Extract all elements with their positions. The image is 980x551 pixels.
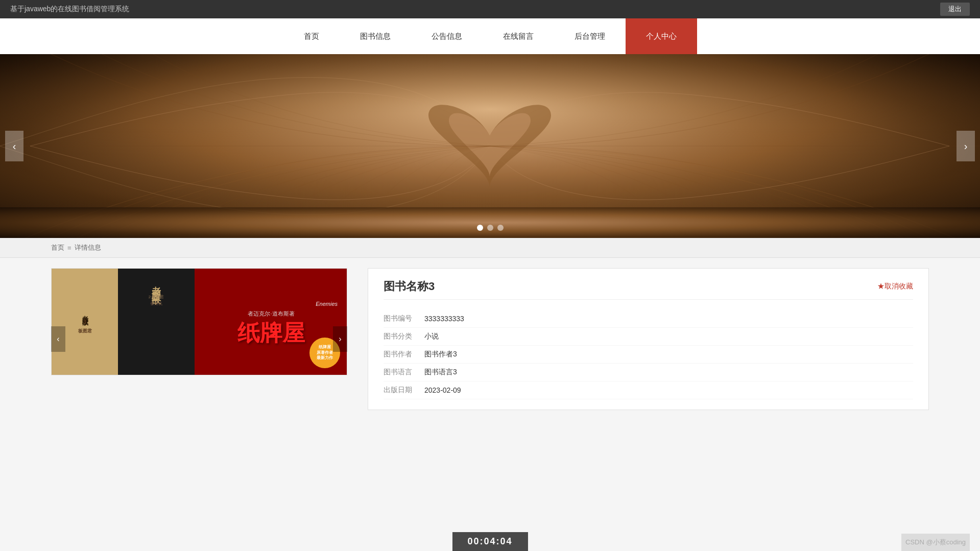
book-cover: 老牌政敌 3 板图君 老牌政敌 2 板图君 备用机 Enemies 者迈克尔·道… xyxy=(52,269,347,375)
book-detail-row-author: 图书作者 图书作者3 xyxy=(384,346,913,364)
value-language: 图书语言3 xyxy=(424,368,457,377)
book-info-section: 图书名称3 ★取消收藏 图书编号 3333333333 图书分类 小说 图书作者… xyxy=(368,268,929,410)
label-author: 图书作者 xyxy=(384,350,424,359)
book-detail-table: 图书编号 3333333333 图书分类 小说 图书作者 图书作者3 图书语言 … xyxy=(384,310,913,399)
book-detail-row-language: 图书语言 图书语言3 xyxy=(384,364,913,381)
carousel-image xyxy=(0,54,980,238)
book-detail-row-pubdate: 出版日期 2023-02-09 xyxy=(384,381,913,399)
main-content: 老牌政敌 3 板图君 老牌政敌 2 板图君 备用机 Enemies 者迈克尔·道… xyxy=(0,258,980,420)
book-cover-left: 老牌政敌 3 板图君 xyxy=(52,269,118,375)
svg-rect-4 xyxy=(0,207,980,238)
book-image-next-button[interactable]: › xyxy=(333,326,347,352)
carousel-next-icon: › xyxy=(964,140,968,152)
nav-item-profile[interactable]: 个人中心 xyxy=(626,18,697,54)
carousel-dot-2[interactable] xyxy=(487,225,493,231)
carousel-prev-icon: ‹ xyxy=(13,140,16,152)
watermark-text: CSDN @小蔡coding xyxy=(905,538,966,546)
book-detail-row-isbn: 图书编号 3333333333 xyxy=(384,310,913,328)
book-info-header: 图书名称3 ★取消收藏 xyxy=(384,279,913,300)
value-category: 小说 xyxy=(424,332,439,341)
book-title: 图书名称3 xyxy=(384,279,435,294)
timer-value: 00:04:04 xyxy=(467,536,512,546)
book-detail-row-category: 图书分类 小说 xyxy=(384,328,913,346)
logout-button[interactable]: 退出 xyxy=(940,3,970,16)
carousel-prev-button[interactable]: ‹ xyxy=(5,131,23,161)
nav-item-admin[interactable]: 后台管理 xyxy=(554,18,626,54)
book-image-prev-button[interactable]: ‹ xyxy=(51,326,65,352)
label-language: 图书语言 xyxy=(384,368,424,377)
nav-item-comments[interactable]: 在线留言 xyxy=(483,18,554,54)
carousel-dots xyxy=(477,225,504,231)
carousel-dot-3[interactable] xyxy=(497,225,504,231)
topbar: 基于javaweb的在线图书借阅管理系统 退出 xyxy=(0,0,980,18)
book-cover-right: Enemies 者迈克尔·道布斯著 纸牌屋 纸牌屋原著作者最新力作 xyxy=(195,269,347,375)
label-isbn: 图书编号 xyxy=(384,314,424,323)
value-isbn: 3333333333 xyxy=(424,315,464,323)
timer-bar: 00:04:04 xyxy=(452,532,528,551)
breadcrumb: 首页 ≡ 详情信息 xyxy=(0,238,980,258)
topbar-title: 基于javaweb的在线图书借阅管理系统 xyxy=(10,5,129,14)
carousel-dot-1[interactable] xyxy=(477,225,483,231)
label-category: 图书分类 xyxy=(384,332,424,341)
carousel: ‹ › xyxy=(0,54,980,238)
navbar: 首页 图书信息 公告信息 在线留言 后台管理 个人中心 xyxy=(0,18,980,54)
nav-item-books[interactable]: 图书信息 xyxy=(340,18,411,54)
book-cover-mid: 老牌政敌 2 板图君 备用机 xyxy=(118,269,195,375)
value-author: 图书作者3 xyxy=(424,350,457,359)
favorite-button[interactable]: ★取消收藏 xyxy=(877,282,913,291)
breadcrumb-home[interactable]: 首页 xyxy=(51,243,64,252)
value-pubdate: 2023-02-09 xyxy=(424,386,461,394)
breadcrumb-current: 详情信息 xyxy=(75,243,101,252)
carousel-next-button[interactable]: › xyxy=(957,131,975,161)
csdn-watermark: CSDN @小蔡coding xyxy=(901,534,970,551)
nav-item-home[interactable]: 首页 xyxy=(283,18,340,54)
label-pubdate: 出版日期 xyxy=(384,386,424,395)
book-image-container: 老牌政敌 3 板图君 老牌政敌 2 板图君 备用机 Enemies 者迈克尔·道… xyxy=(51,268,347,375)
breadcrumb-sep: ≡ xyxy=(67,244,71,252)
nav-items: 首页 图书信息 公告信息 在线留言 后台管理 个人中心 xyxy=(283,18,697,54)
book-image-section: 老牌政敌 3 板图君 老牌政敌 2 板图君 备用机 Enemies 者迈克尔·道… xyxy=(51,268,347,410)
nav-item-notices[interactable]: 公告信息 xyxy=(411,18,483,54)
